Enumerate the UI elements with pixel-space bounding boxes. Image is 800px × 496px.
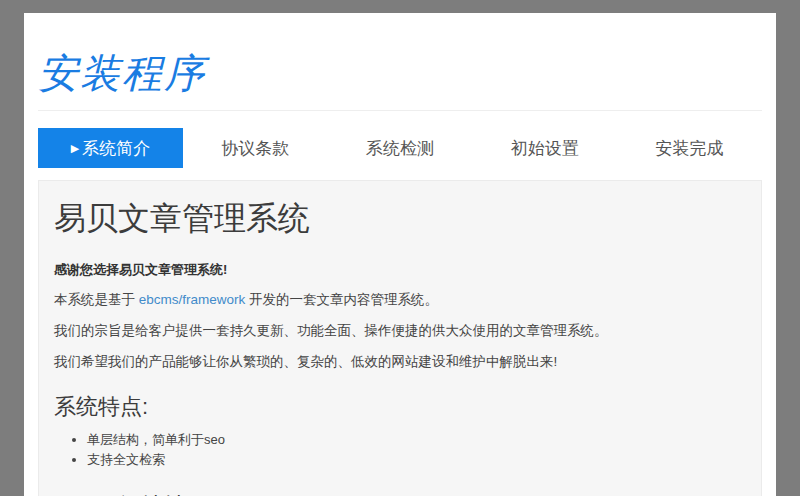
tab-system-check[interactable]: 系统检测 <box>328 128 473 168</box>
tab-label: 安装完成 <box>656 137 724 160</box>
hope-paragraph: 我们希望我们的产品能够让你从繁琐的、复杂的、低效的网站建设和维护中解脱出来! <box>54 353 746 372</box>
installer-page: 安装程序 ▶ 系统简介 协议条款 系统检测 初始设置 安装完成 易贝文章管理系统… <box>24 13 776 496</box>
intro-suffix: 开发的一套文章内容管理系统。 <box>245 292 438 307</box>
tab-label: 系统简介 <box>82 137 150 160</box>
caret-right-icon: ▶ <box>71 143 79 154</box>
tab-install-complete[interactable]: 安装完成 <box>617 128 762 168</box>
intro-prefix: 本系统是基于 <box>54 292 139 307</box>
framework-link[interactable]: ebcms/framework <box>139 292 246 307</box>
list-item: 单层结构，简单利于seo <box>87 430 746 451</box>
header-divider <box>38 110 762 111</box>
opensource-heading: 项目开源地址: <box>54 491 746 496</box>
tab-label: 协议条款 <box>221 137 289 160</box>
purpose-paragraph: 我们的宗旨是给客户提供一套持久更新、功能全面、操作便捷的供大众使用的文章管理系统… <box>54 322 746 341</box>
thanks-text: 感谢您选择易贝文章管理系统! <box>54 261 746 279</box>
tab-agreement[interactable]: 协议条款 <box>183 128 328 168</box>
intro-paragraph: 本系统是基于 ebcms/framework 开发的一套文章内容管理系统。 <box>54 291 746 310</box>
tab-system-intro[interactable]: ▶ 系统简介 <box>38 128 183 168</box>
features-heading: 系统特点: <box>54 392 746 422</box>
tab-label: 系统检测 <box>366 137 434 160</box>
tab-initial-setup[interactable]: 初始设置 <box>472 128 617 168</box>
wizard-steps: ▶ 系统简介 协议条款 系统检测 初始设置 安装完成 <box>38 128 762 168</box>
content-panel: 易贝文章管理系统 感谢您选择易贝文章管理系统! 本系统是基于 ebcms/fra… <box>38 180 762 496</box>
features-list: 单层结构，简单利于seo 支持全文检索 <box>54 430 746 472</box>
system-title: 易贝文章管理系统 <box>54 197 746 241</box>
tab-label: 初始设置 <box>511 137 579 160</box>
list-item: 支持全文检索 <box>87 450 746 471</box>
page-title: 安装程序 <box>38 49 762 97</box>
